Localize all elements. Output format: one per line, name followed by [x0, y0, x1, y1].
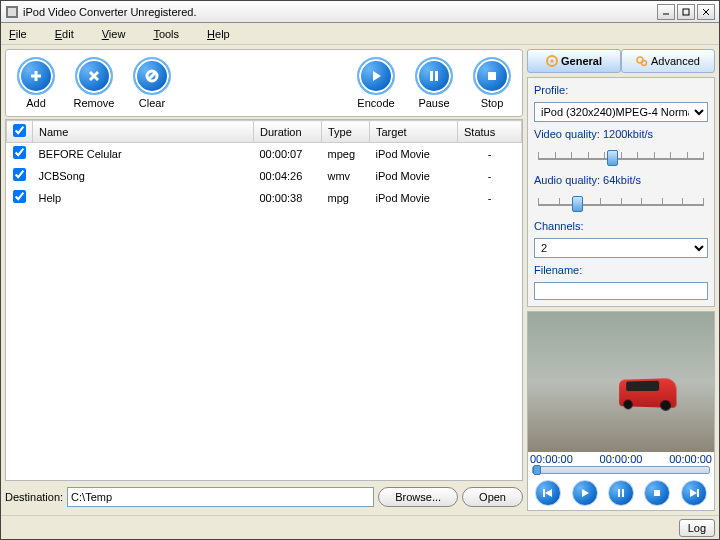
table-row[interactable]: Help 00:00:38 mpg iPod Movie - [7, 187, 522, 209]
menu-edit[interactable]: Edit [55, 28, 74, 40]
row-checkbox[interactable] [13, 146, 26, 159]
play-button[interactable] [572, 480, 598, 506]
stop-preview-button[interactable] [644, 480, 670, 506]
svg-rect-3 [683, 9, 689, 15]
profile-select[interactable]: iPod (320x240)MPEG-4 Normal (*. [534, 102, 708, 122]
app-icon [5, 5, 19, 19]
cell-name: BEFORE Celular [33, 143, 254, 165]
gear-icon [546, 55, 558, 67]
cell-name: JCBSong [33, 165, 254, 187]
row-checkbox[interactable] [13, 168, 26, 181]
col-name[interactable]: Name [33, 121, 254, 143]
tab-general[interactable]: General [527, 49, 621, 73]
cell-duration: 00:00:38 [254, 187, 322, 209]
svg-point-13 [551, 60, 554, 63]
svg-point-15 [642, 61, 647, 66]
encode-button[interactable]: Encode [352, 57, 400, 109]
svg-rect-21 [654, 490, 660, 496]
col-type[interactable]: Type [322, 121, 370, 143]
svg-marker-22 [690, 489, 697, 497]
svg-rect-17 [543, 489, 545, 497]
tab-advanced[interactable]: Advanced [621, 49, 715, 73]
menu-tools[interactable]: Tools [153, 28, 179, 40]
statusbar: Log [1, 515, 719, 539]
menu-file[interactable]: File [9, 28, 27, 40]
log-button[interactable]: Log [679, 519, 715, 537]
seek-bar[interactable] [532, 466, 710, 474]
remove-button[interactable]: Remove [70, 57, 118, 109]
preview-image [528, 312, 714, 452]
table-row[interactable]: BEFORE Celular 00:00:07 mpeg iPod Movie … [7, 143, 522, 165]
preview-panel: 00:00:00 00:00:00 00:00:00 [527, 311, 715, 511]
cell-target: iPod Movie [370, 143, 458, 165]
file-list: Name Duration Type Target Status BEFORE … [5, 119, 523, 481]
stop-button[interactable]: Stop [468, 57, 516, 109]
cell-status: - [458, 187, 522, 209]
channels-label: Channels: [534, 220, 708, 232]
filename-input[interactable] [534, 282, 708, 300]
svg-marker-16 [545, 489, 552, 497]
open-button[interactable]: Open [462, 487, 523, 507]
time-current: 00:00:00 [600, 453, 643, 465]
cell-target: iPod Movie [370, 187, 458, 209]
close-button[interactable] [697, 4, 715, 20]
col-duration[interactable]: Duration [254, 121, 322, 143]
maximize-button[interactable] [677, 4, 695, 20]
svg-rect-23 [697, 489, 699, 497]
audio-quality-label: Audio quality: 64kbit/s [534, 174, 708, 186]
cell-type: mpeg [322, 143, 370, 165]
next-button[interactable] [681, 480, 707, 506]
destination-label: Destination: [5, 491, 63, 503]
time-start: 00:00:00 [530, 453, 573, 465]
cell-duration: 00:04:26 [254, 165, 322, 187]
svg-rect-11 [488, 72, 496, 80]
col-status[interactable]: Status [458, 121, 522, 143]
svg-marker-8 [373, 71, 381, 81]
audio-quality-slider[interactable] [534, 192, 708, 214]
video-quality-slider[interactable] [534, 146, 708, 168]
svg-rect-20 [622, 489, 624, 497]
cell-status: - [458, 143, 522, 165]
profile-label: Profile: [534, 84, 708, 96]
col-target[interactable]: Target [370, 121, 458, 143]
clear-button[interactable]: Clear [128, 57, 176, 109]
time-end: 00:00:00 [669, 453, 712, 465]
cell-type: mpg [322, 187, 370, 209]
svg-rect-9 [430, 71, 433, 81]
menu-help[interactable]: Help [207, 28, 230, 40]
cell-target: iPod Movie [370, 165, 458, 187]
channels-select[interactable]: 2 [534, 238, 708, 258]
prev-button[interactable] [535, 480, 561, 506]
svg-marker-18 [582, 489, 589, 497]
video-quality-label: Video quality: 1200kbit/s [534, 128, 708, 140]
browse-button[interactable]: Browse... [378, 487, 458, 507]
filename-label: Filename: [534, 264, 708, 276]
properties-panel: Profile: iPod (320x240)MPEG-4 Normal (*.… [527, 77, 715, 307]
menu-view[interactable]: View [102, 28, 126, 40]
svg-rect-10 [435, 71, 438, 81]
window-title: iPod Video Converter Unregistered. [23, 6, 657, 18]
minimize-button[interactable] [657, 4, 675, 20]
menubar: File Edit View Tools Help [1, 23, 719, 45]
cell-duration: 00:00:07 [254, 143, 322, 165]
titlebar: iPod Video Converter Unregistered. [1, 1, 719, 23]
col-check[interactable] [7, 121, 33, 143]
toolbar: Add Remove Clear Encode Pause Stop [5, 49, 523, 117]
cell-name: Help [33, 187, 254, 209]
cell-status: - [458, 165, 522, 187]
destination-row: Destination: Browse... Open [5, 483, 523, 511]
cell-type: wmv [322, 165, 370, 187]
destination-input[interactable] [67, 487, 374, 507]
add-button[interactable]: Add [12, 57, 60, 109]
gears-icon [636, 55, 648, 67]
pause-preview-button[interactable] [608, 480, 634, 506]
table-row[interactable]: JCBSong 00:04:26 wmv iPod Movie - [7, 165, 522, 187]
row-checkbox[interactable] [13, 190, 26, 203]
pause-button[interactable]: Pause [410, 57, 458, 109]
svg-rect-19 [618, 489, 620, 497]
svg-rect-1 [8, 8, 16, 16]
